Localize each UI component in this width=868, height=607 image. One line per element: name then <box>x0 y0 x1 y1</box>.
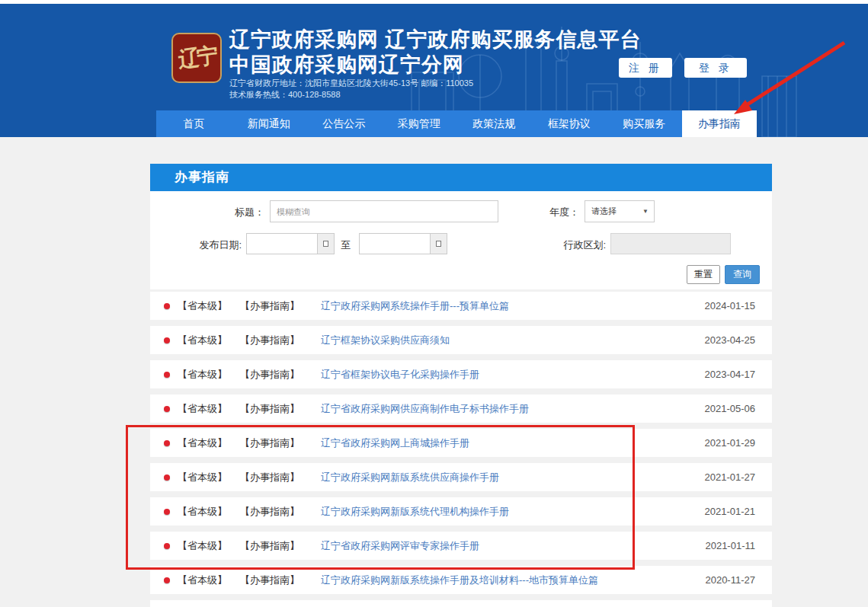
form-buttons: 重置 查询 <box>687 265 760 284</box>
list-item: 【省本级】 【办事指南】 辽宁省政府采购网供应商制作电子标书操作手册 2021-… <box>150 395 772 423</box>
item-level: 【省本级】 <box>178 334 240 347</box>
guide-list: 【省本级】 【办事指南】 辽宁政府采购网系统操作手册---预算单位篇 2024-… <box>150 289 772 607</box>
item-category: 【办事指南】 <box>240 334 304 347</box>
chevron-down-icon: ▼ <box>642 201 649 222</box>
title-label: 标题： <box>203 206 264 219</box>
red-dot-icon <box>164 577 170 583</box>
red-dot-icon <box>164 303 170 309</box>
section-title: 办事指南 <box>175 170 229 184</box>
date-to-label: 至 <box>341 238 351 252</box>
list-item: 【省本级】 【办事指南】 辽宁政府采购网新版系统操作手册及培训材料---地市预算… <box>150 566 772 594</box>
item-category: 【办事指南】 <box>240 505 304 519</box>
item-level: 【省本级】 <box>178 402 240 416</box>
item-title-link[interactable]: 辽宁政府采购网新版系统代理机构操作手册 <box>321 505 705 519</box>
list-item: 【省本级】 【办事指南】 辽宁政府采购网系统操作手册---预算单位篇 2024-… <box>150 292 772 320</box>
red-dot-icon <box>164 406 170 412</box>
list-item: 【省本级】 【办事指南】 辽宁政府采购网新版系统供应商操作手册 2021-01-… <box>150 463 772 491</box>
nav-item-news[interactable]: 新闻通知 <box>232 110 307 137</box>
item-level: 【省本级】 <box>178 573 240 587</box>
item-level: 【省本级】 <box>178 471 240 484</box>
item-level: 【省本级】 <box>178 539 240 553</box>
item-title-link[interactable]: 辽宁省政府采购网评审专家操作手册 <box>321 539 705 553</box>
red-dot-icon <box>164 509 170 515</box>
item-date: 2021-01-27 <box>705 471 756 483</box>
list-item-partial <box>150 600 772 607</box>
page: 辽宁 辽宁政府采购网 辽宁政府购买服务信息平台 中国政府采购网辽宁分网 辽宁省财… <box>0 0 868 607</box>
calendar-picker-button[interactable] <box>317 234 334 254</box>
site-title: 辽宁政府采购网 辽宁政府购买服务信息平台 <box>229 26 642 53</box>
calendar-icon <box>323 241 328 247</box>
item-category: 【办事指南】 <box>240 436 304 450</box>
logo-calligraphy: 辽宁 <box>178 41 216 75</box>
publish-date-label: 发布日期: <box>181 238 242 252</box>
nav-item-framework[interactable]: 框架协议 <box>532 110 607 137</box>
year-select[interactable]: 请选择 ▼ <box>585 200 655 222</box>
red-dot-icon <box>164 440 170 446</box>
red-dot-icon <box>164 372 170 378</box>
register-button[interactable]: 注 册 <box>619 58 672 78</box>
item-title-link[interactable]: 辽宁政府采购网系统操作手册---预算单位篇 <box>321 299 705 313</box>
calendar-icon <box>436 241 441 247</box>
nav-item-services[interactable]: 购买服务 <box>607 110 682 137</box>
date-to-input[interactable] <box>359 233 447 254</box>
list-item: 【省本级】 【办事指南】 辽宁省政府采购网评审专家操作手册 2021-01-11 <box>150 532 772 560</box>
item-date: 2021-01-11 <box>705 540 755 551</box>
item-level: 【省本级】 <box>178 505 240 519</box>
item-title-link[interactable]: 辽宁省政府采购网供应商制作电子标书操作手册 <box>321 402 705 416</box>
nav-item-home[interactable]: 首页 <box>156 110 232 137</box>
site-subtitle: 中国政府采购网辽宁分网 <box>229 51 464 78</box>
region-input-disabled[interactable] <box>610 233 731 254</box>
list-item: 【省本级】 【办事指南】 辽宁省框架协议电子化采购操作手册 2023-04-17 <box>150 360 772 388</box>
year-select-value: 请选择 <box>591 206 617 216</box>
red-dot-icon <box>164 474 170 481</box>
item-category: 【办事指南】 <box>240 299 304 313</box>
item-category: 【办事指南】 <box>240 402 304 416</box>
item-category: 【办事指南】 <box>240 573 304 587</box>
item-date: 2023-04-25 <box>705 334 756 346</box>
search-form: 标题： 年度： 请选择 ▼ 发布日期: 至 行政区划: 重置 查询 <box>150 191 772 289</box>
red-dot-icon <box>164 543 170 549</box>
item-category: 【办事指南】 <box>240 539 304 553</box>
nav-item-procurement[interactable]: 采购管理 <box>382 110 457 137</box>
nav-item-guide-active[interactable]: 办事指南 <box>682 110 757 137</box>
red-dot-icon <box>164 337 170 343</box>
calendar-picker-button[interactable] <box>430 234 447 254</box>
item-date: 2021-01-29 <box>705 437 756 449</box>
item-date: 2021-05-06 <box>705 403 756 414</box>
year-label: 年度： <box>512 206 579 219</box>
list-item: 【省本级】 【办事指南】 辽宁省政府采购网上商城操作手册 2021-01-29 <box>150 429 772 457</box>
item-title-link[interactable]: 辽宁省框架协议电子化采购操作手册 <box>321 368 705 382</box>
item-title-link[interactable]: 辽宁框架协议采购供应商须知 <box>321 334 705 347</box>
item-level: 【省本级】 <box>178 299 240 313</box>
content-panel: 办事指南 标题： 年度： 请选择 ▼ 发布日期: 至 行政区划: 重置 查 <box>150 164 772 607</box>
list-item: 【省本级】 【办事指南】 辽宁政府采购网新版系统代理机构操作手册 2021-01… <box>150 497 772 526</box>
item-date: 2023-04-17 <box>705 369 756 380</box>
item-category: 【办事指南】 <box>240 368 304 382</box>
main-nav: 首页 新闻通知 公告公示 采购管理 政策法规 框架协议 购买服务 办事指南 <box>156 110 757 137</box>
item-date: 2024-01-15 <box>705 300 756 311</box>
section-header: 办事指南 <box>150 164 772 191</box>
site-address: 辽宁省财政厅地址：沈阳市皇姑区北陵大街45-13号 邮编：110035 <box>229 78 473 89</box>
item-title-link[interactable]: 辽宁政府采购网新版系统供应商操作手册 <box>321 471 705 484</box>
site-hotline: 技术服务热线：400-128-8588 <box>229 89 341 101</box>
site-logo[interactable]: 辽宁 <box>171 33 222 83</box>
reset-button[interactable]: 重置 <box>687 265 720 284</box>
item-title-link[interactable]: 辽宁政府采购网新版系统操作手册及培训材料---地市预算单位篇 <box>321 573 705 587</box>
item-date: 2021-01-21 <box>705 506 756 517</box>
item-category: 【办事指南】 <box>240 471 304 484</box>
item-level: 【省本级】 <box>178 436 240 450</box>
nav-item-policies[interactable]: 政策法规 <box>456 110 532 137</box>
title-search-input[interactable] <box>270 200 498 222</box>
nav-item-announcements[interactable]: 公告公示 <box>306 110 382 137</box>
item-level: 【省本级】 <box>178 368 240 382</box>
item-date: 2020-11-27 <box>705 574 755 586</box>
item-title-link[interactable]: 辽宁省政府采购网上商城操作手册 <box>321 436 705 450</box>
query-button[interactable]: 查询 <box>725 265 760 284</box>
date-from-input[interactable] <box>246 233 335 254</box>
list-item: 【省本级】 【办事指南】 辽宁框架协议采购供应商须知 2023-04-25 <box>150 326 772 354</box>
region-label: 行政区划: <box>546 238 606 252</box>
login-button[interactable]: 登 录 <box>684 58 747 78</box>
